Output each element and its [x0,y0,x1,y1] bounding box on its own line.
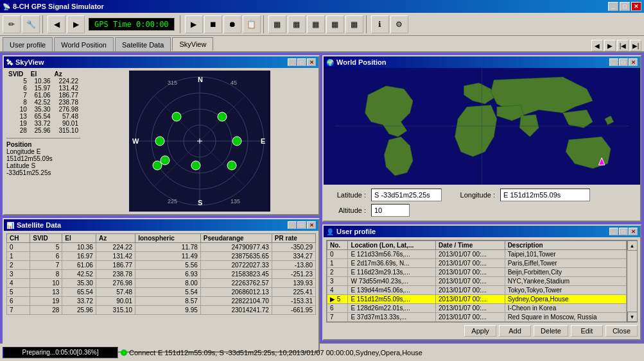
progress-container: Preparing...0:05:00[0.36%] [3,347,118,358]
grid2-button[interactable]: ▦ [288,15,306,33]
skyview-maximize[interactable]: □ [297,58,306,66]
prev-button[interactable]: ◀ [48,15,65,33]
worldpos-inputs: Latitude : Longitude : Altitude : [324,185,640,221]
userprofile-maximize[interactable]: □ [619,228,628,235]
gear-button[interactable]: ⚙ [390,15,408,33]
svg-point-20 [161,156,170,165]
svg-point-22 [218,112,227,121]
altitude-row: Altitude : [327,204,636,217]
satdata-row: 0510.36224.2211.7824790977.43-350.29 [7,243,316,252]
worldpos-close[interactable]: ✕ [629,58,638,66]
skyview-title-bar: 🛰 SkyView _ □ ✕ [4,56,318,68]
skyview-table: SVID El Az 510.36224.22615.97131.42761.0… [6,71,80,212]
grid4-button[interactable]: ▦ [326,15,344,33]
skyview-minimize[interactable]: _ [288,58,297,66]
worldpos-icon: 🌍 [326,59,334,66]
longitude-label: Longitude : [447,191,495,199]
satdata-col-az: Az [96,234,135,243]
grid5-button[interactable]: ▦ [345,15,363,33]
up-row[interactable]: 1E 2d17m36.69s, N...2013/01/07 00:...Par… [327,259,627,268]
worldpos-title-bar: 🌍 World Position _ □ ✕ [324,56,640,68]
up-row[interactable]: 7E 37d37m13.33s,...2013/01/07 00:...Red … [327,313,627,322]
record-button[interactable]: ⏺ [223,15,241,33]
status-info: E 151d12m55.09s, S -33d51m25.25s, 10,201… [158,349,641,357]
edit-button[interactable]: Edit [571,325,603,337]
export-button[interactable]: 📋 [243,15,261,33]
tab-nav-first[interactable]: |◀ [617,40,629,51]
apply-button[interactable]: Apply [464,325,496,337]
worldpos-maximize[interactable]: □ [619,58,628,66]
satdata-content: CH SVID El Az Ionospheric Pseudarange PR… [4,231,318,351]
skyview-icon: 🛰 [6,59,13,66]
up-row[interactable]: ▶ 5E 151d12m55.09s,...2013/01/07 00:...S… [327,295,627,304]
tab-world-position[interactable]: World Position [54,37,114,51]
up-row[interactable]: 6E 128d26m22.01s,...2013/01/07 00:...I-C… [327,304,627,313]
tab-skyview[interactable]: SkyView [172,37,213,51]
up-row[interactable]: 0E 121d33m56.76s,...2013/01/07 00:...Tai… [327,250,627,259]
up-col-no: No. [327,241,348,250]
progress-text: Preparing...0:05:00[0.36%] [3,348,117,358]
satdata-col-iono: Ionospheric [135,234,201,243]
skyview-row: 510.36224.22 [6,78,80,85]
add-button[interactable]: Add [499,325,531,337]
close-button[interactable]: ✕ [631,2,641,11]
minimize-button[interactable]: _ [608,2,618,11]
scroll-up-btn[interactable]: ▲ [627,240,638,251]
satdata-panel: 📊 Satellite Data _ □ ✕ CH SVID El Az [3,218,320,353]
satdata-close[interactable]: ✕ [307,221,316,229]
up-row[interactable]: 3W 73d55m40.23s,...2013/01/07 00:...NYC,… [327,277,627,286]
map-container [324,68,640,185]
userprofile-minimize[interactable]: _ [609,228,618,235]
svg-point-23 [232,137,241,146]
latitude-label: Latitude : [327,191,366,199]
grid1-button[interactable]: ▦ [268,15,286,33]
satdata-minimize[interactable]: _ [288,221,297,229]
settings-button[interactable]: 🔧 [22,15,40,33]
worldpos-minimize[interactable]: _ [609,58,618,66]
up-col-location: Location (Lon, Lat,... [348,241,436,250]
satdata-row: 2761.06186.775.5620722027.33-13.80 [7,261,316,270]
skyview-row: 615.97131.42 [6,85,80,92]
play-button[interactable]: ▶ [185,15,203,33]
up-row[interactable]: 2E 116d23m29.13s,...2013/01/07 00:...Bei… [327,268,627,277]
up-row[interactable]: 4E 139d44m45.06s,...2013/01/07 00:...Tok… [327,286,627,295]
scrollbar[interactable]: ▲ ▼ [627,240,637,322]
userprofile-close[interactable]: ✕ [629,228,638,235]
skyview-row: 2825.96315.10 [6,127,80,134]
altitude-input[interactable] [371,204,410,217]
skyview-row: 761.06186.77 [6,92,80,99]
worldpos-title: World Position [336,58,386,66]
scroll-down-btn[interactable]: ▼ [627,312,638,322]
satdata-title: Satellite Data [17,221,61,229]
up-col-description: Description [505,241,626,250]
skyview-panel: 🛰 SkyView _ □ ✕ SVID El [3,55,320,215]
satdata-row: 61933.7290.018.5722822104.70-153.31 [7,297,316,306]
tab-nav-right[interactable]: ▶ [604,40,616,51]
toolbar: ✏ 🔧 ◀ ▶ GPS Time 0:00:00 ▶ ⏹ ⏺ 📋 ▦ ▦ ▦ ▦… [0,13,644,36]
longitude-input[interactable] [500,189,590,201]
svg-text:S: S [198,199,202,206]
satdata-col-el: El [62,234,96,243]
skyview-controls: _ □ ✕ [288,58,316,66]
skyview-close[interactable]: ✕ [307,58,316,66]
tab-nav-last[interactable]: ▶| [630,40,641,51]
radar-container: N S E W 315 45 135 225 [83,71,316,212]
latitude-input[interactable] [371,189,442,201]
maximize-button[interactable]: □ [620,2,630,11]
svg-text:135: 135 [231,198,240,205]
stop-button[interactable]: ⏹ [204,15,222,33]
satdata-maximize[interactable]: □ [297,221,306,229]
close-profile-button[interactable]: Close [605,325,638,337]
info-button[interactable]: ℹ [371,15,389,33]
satdata-table: CH SVID El Az Ionospheric Pseudarange PR… [6,233,316,315]
skyview-col-az: Az [53,71,80,78]
tab-satellite-data[interactable]: Satellite Data [115,37,171,51]
next-button[interactable]: ▶ [67,15,85,33]
delete-button[interactable]: Delete [534,325,568,337]
tab-nav-left[interactable]: ◀ [591,40,603,51]
right-column: 🌍 World Position _ □ ✕ [322,55,641,340]
grid3-button[interactable]: ▦ [307,15,325,33]
edit-button[interactable]: ✏ [3,15,21,33]
tab-user-profile[interactable]: User profile [3,37,53,51]
latitude-display: Latitude S -33d51m25.25s [6,162,80,176]
